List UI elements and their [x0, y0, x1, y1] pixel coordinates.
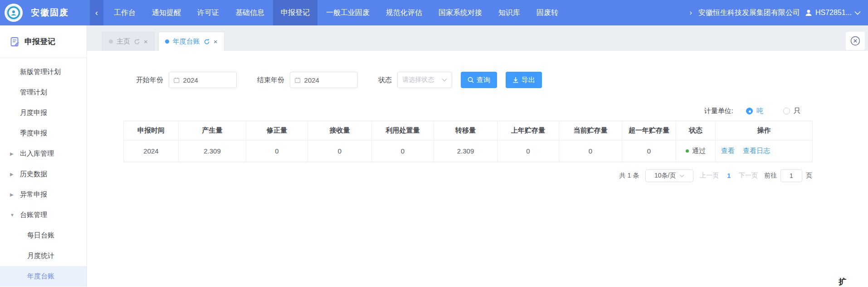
prev-page-button[interactable]: 上一页 [700, 172, 719, 180]
sidebar-item-historical-data[interactable]: ▶ 历史数据 [0, 164, 87, 184]
chevron-down-icon [854, 11, 861, 15]
status-select[interactable]: 请选择状态 [397, 72, 452, 88]
sidebar-item-management-plan[interactable]: 管理计划 [0, 82, 87, 103]
cell-last-year-storage: 0 [497, 140, 559, 162]
caret-right-icon: ▶ [10, 151, 14, 156]
caret-down-icon: ▼ [10, 213, 15, 218]
app-title: 安徽固废 [31, 7, 69, 19]
start-year-label: 开始年份 [136, 76, 163, 84]
nav-item-national-system[interactable]: 国家系统对接 [431, 0, 490, 25]
col-status: 状态 [676, 121, 716, 140]
sidebar-item-inout-storage[interactable]: ▶ 出入库管理 [0, 144, 87, 164]
nav-item-basic-info[interactable]: 基础信息 [228, 0, 272, 25]
sidebar-item-label: 异常申报 [20, 190, 47, 199]
nav-item-workbench[interactable]: 工作台 [106, 0, 143, 25]
app-logo-icon [5, 4, 23, 22]
nav-item-general-industrial-waste[interactable]: 一般工业固废 [318, 0, 377, 25]
goto-label: 前往 [764, 172, 777, 180]
goto-page-suffix: 页 [806, 172, 812, 180]
sidebar-item-ledger-management[interactable]: ▼ 台账管理 [0, 205, 87, 225]
next-page-button[interactable]: 下一页 [739, 172, 758, 180]
nav-item-permit[interactable]: 许可证 [190, 0, 227, 25]
export-button[interactable]: 导出 [506, 72, 542, 88]
chevron-down-icon [679, 174, 684, 178]
tab-home[interactable]: 主页 × [102, 32, 155, 51]
tab-label: 年度台账 [173, 37, 200, 46]
top-nav-bar: 安徽固废 ‹ 工作台 通知提醒 许可证 基础信息 申报登记 一般工业固废 规范化… [0, 0, 868, 25]
sidebar-item-daily-ledger[interactable]: 每日台账 [0, 225, 87, 246]
nav-item-waste-transfer[interactable]: 固废转 [529, 0, 566, 25]
col-generated: 产生量 [179, 121, 246, 140]
goto-page-input[interactable] [780, 169, 802, 182]
close-tab-icon[interactable]: × [144, 38, 148, 45]
view-link[interactable]: 查看 [721, 147, 735, 154]
search-button[interactable]: 查询 [461, 72, 497, 88]
cell-transferred: 2.309 [434, 140, 497, 162]
sidebar: 申报登记 新版管理计划 管理计划 月度申报 季度申报 ▶ 出入库管理 ▶ 历史数… [0, 25, 87, 287]
unit-radio-piece[interactable]: 只 [783, 107, 800, 115]
sidebar-item-monthly-statistics[interactable]: 月度统计 [0, 246, 87, 266]
user-id: HS72851... [815, 9, 852, 17]
refresh-icon[interactable] [134, 39, 140, 45]
corner-glyph: 扩 [839, 277, 846, 287]
col-over-one-year-storage: 超一年贮存量 [622, 121, 676, 140]
search-icon [468, 77, 474, 83]
start-year-value[interactable] [183, 76, 232, 84]
total-count: 共 1 条 [619, 172, 639, 180]
sidebar-header-label: 申报登记 [24, 36, 55, 47]
sidebar-item-quarterly-declaration[interactable]: 季度申报 [0, 123, 87, 144]
sidebar-item-new-management-plan[interactable]: 新版管理计划 [0, 62, 87, 82]
cell-actions: 查看 查看日志 [716, 140, 813, 162]
cell-current-storage: 0 [559, 140, 622, 162]
screen: 安徽固废 ‹ 工作台 通知提醒 许可证 基础信息 申报登记 一般工业固废 规范化… [0, 0, 868, 287]
cell-utilized-disposed: 0 [372, 140, 434, 162]
view-log-link[interactable]: 查看日志 [743, 147, 770, 154]
search-button-label: 查询 [477, 76, 490, 84]
tab-bar: 主页 × 年度台账 × [87, 25, 868, 51]
sidebar-item-abnormal-declaration[interactable]: ▶ 异常申报 [0, 184, 87, 205]
page-number-1[interactable]: 1 [725, 172, 732, 179]
col-received: 接收量 [308, 121, 372, 140]
cell-declare-time: 2024 [124, 140, 179, 162]
sidebar-item-label: 历史数据 [20, 170, 47, 178]
cell-over-one-year-storage: 0 [622, 140, 676, 162]
unit-radio-ton[interactable]: 吨 [746, 107, 763, 115]
start-year-input[interactable] [169, 72, 237, 88]
declaration-register-icon [10, 37, 20, 47]
circle-close-icon [850, 36, 860, 46]
sidebar-item-monthly-declaration[interactable]: 月度申报 [0, 103, 87, 123]
refresh-icon[interactable] [204, 39, 210, 45]
user-menu[interactable]: HS72851... [805, 9, 861, 17]
nav-item-declaration[interactable]: 申报登记 [273, 0, 317, 25]
close-all-tabs-button[interactable] [846, 32, 865, 50]
cell-status: 通过 [676, 140, 716, 162]
sidebar-item-annual-ledger[interactable]: 年度台账 [0, 266, 87, 287]
company-name[interactable]: 安徽恒生科技发展集团有限公司 [698, 8, 800, 18]
nav-overflow-arrow-icon[interactable]: › [688, 9, 694, 17]
nav-item-notifications[interactable]: 通知提醒 [144, 0, 189, 25]
page-size-value: 10条/页 [654, 172, 676, 180]
caret-right-icon: ▶ [10, 192, 14, 197]
end-year-value[interactable] [304, 76, 353, 84]
page-size-select[interactable]: 10条/页 [645, 169, 693, 182]
chevron-down-icon [442, 78, 447, 82]
col-transferred: 转移量 [434, 121, 497, 140]
status-dot-icon [686, 149, 689, 153]
download-icon [512, 77, 519, 83]
col-current-storage: 当前贮存量 [559, 121, 622, 140]
sidebar-collapse-button[interactable]: ‹ [90, 0, 103, 25]
end-year-input[interactable] [290, 72, 358, 88]
sidebar-item-label: 出入库管理 [20, 149, 54, 158]
sidebar-item-label: 台账管理 [20, 211, 47, 219]
nav-item-knowledge-base[interactable]: 知识库 [491, 0, 528, 25]
cell-received: 0 [308, 140, 372, 162]
tab-annual-ledger[interactable]: 年度台账 × [158, 32, 224, 51]
close-tab-icon[interactable]: × [214, 38, 218, 45]
caret-right-icon: ▶ [10, 172, 14, 177]
col-corrected: 修正量 [246, 121, 308, 140]
col-utilized-disposed: 利用处置量 [372, 121, 434, 140]
table-row: 2024 2.309 0 0 0 2.309 0 0 0 [124, 140, 813, 162]
nav-item-standardization-eval[interactable]: 规范化评估 [378, 0, 430, 25]
unit-label: 计量单位: [704, 107, 733, 115]
pagination: 共 1 条 10条/页 上一页 1 下一页 前往 页 [123, 169, 812, 182]
